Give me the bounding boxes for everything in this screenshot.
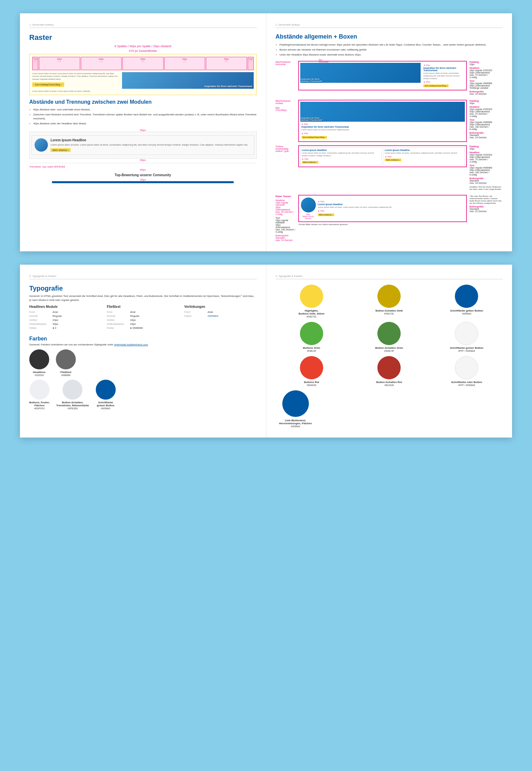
color-circle-schatten <box>63 380 82 400</box>
color-circle-gelb-highlight <box>300 285 323 308</box>
color-hex-blau: #0058A3 <box>276 425 316 428</box>
ann-ratio-btn2: Buttongröße:Standardmax. 20 Zeichen <box>469 205 503 212</box>
page-2-left: 2. Typografie & Farben Typografie Genere… <box>20 265 266 438</box>
page-2-right: 2. Typografie & Farben Highlights,Button… <box>266 265 512 438</box>
raster-text-block: Lorem ipsum dolor sit amet Lorem ipsum d… <box>32 72 120 80</box>
box-horizontal-content: Inspiration für Ihrennächsten Traumurlau… <box>300 63 465 88</box>
typo-h-groesse: Größe: 24px <box>29 319 101 321</box>
page-number-left-1: 1. Genereller Aufbau <box>29 23 257 26</box>
farben-circles-row1: Headlines #333333 Fließtext #686868 <box>29 349 257 376</box>
ann-t-padding: Padding:30px <box>469 145 503 150</box>
box-label-textbox: Textbox(zweispaltig)outline / grau <box>276 145 296 152</box>
typo-h-groesse-label: Größe: <box>29 319 53 321</box>
color-circle-blau <box>282 390 309 417</box>
box-v-btn[interactable]: Zum HolidayCheck-Blog › <box>302 136 327 139</box>
ann-ratio-note: ! Bei zwei Text-Boxen, die nebeneinander… <box>469 195 503 204</box>
color-circle-schatten-gelb <box>377 285 401 308</box>
box-vertikal-inner: Inspiration für Ihrennächsten Traumurlau… <box>298 100 467 142</box>
color-name-buttons: Buttons, Footer,Flächen <box>29 401 50 407</box>
box-h-headline: Inspiration für Ihren nächsten Traumurla… <box>423 67 464 71</box>
textbox-col1: Lorem ipsum Headline Lorem ipsum dolor s… <box>300 147 382 166</box>
color-circle-buttons <box>30 380 50 400</box>
ann-btn: Buttongröße:max. 24 Zeichen <box>469 90 503 95</box>
box-demo-horizontal: Bild/Textteaserhorizontal Bild:640x240px… <box>276 61 503 96</box>
raster-col-2: 20pxn-1 <box>81 57 122 70</box>
typo-f-groesse-val: 16px <box>130 319 136 321</box>
textbox-t2: Lorem ipsum dolor sit amet, consectetur … <box>385 152 463 155</box>
farben-link[interactable]: styleguide.holidaycheck.com <box>114 343 148 346</box>
page-1-right: 1. Genereller Aufbau Abstände allgemein … <box>266 13 512 251</box>
color-item-gruen: Buttons Grün #54B13F <box>276 322 348 352</box>
textbox-btn2[interactable]: Mehr erfahren › <box>385 159 401 161</box>
color-row-yellow: Highlights,Buttons Gelb, Störer #FAD73C … <box>276 285 503 318</box>
bild-size-label: Bild:640x240px <box>319 59 329 63</box>
community-bar <box>52 181 234 183</box>
box-label-vertikal: Bild/TextteaservertikalBild:370x350px <box>276 100 296 111</box>
raster-col-5: 20pxn-1 <box>206 57 247 70</box>
abstaende-bullet-r1: Padding/Innenabstand bei Boxen beträgt i… <box>280 43 503 47</box>
textbox-btn1[interactable]: Mehr erfahren › <box>302 161 318 164</box>
box-horizontal-preview: Bild:640x240px Inspiration für Ihrennäch… <box>298 61 467 90</box>
color-item-fliesstext: Fließtext #686868 <box>56 349 76 376</box>
section-divider-right-1 <box>276 28 503 28</box>
ann-t-btn: Buttongröße:Standardmax. 24 Zeichen <box>469 177 503 184</box>
raster-title: Raster <box>29 33 257 42</box>
page-number-right-2: 2. Typografie & Farben <box>276 275 503 278</box>
box-demo-vertikal: Bild/TextteaservertikalBild:370x350px In… <box>276 100 503 142</box>
abstaende-bullet-r2: Boxen können als Variante mit Rahmen ers… <box>280 48 503 52</box>
typo-f-font: Font: Arial <box>107 311 179 314</box>
module-text-content: Lorem ipsum Headline Lorem ipsum dolor s… <box>51 138 251 152</box>
typo-h-font-label: Font: <box>29 311 53 314</box>
ann-t-headline: Headline:24px regular #33333330px Zeilen… <box>469 151 503 163</box>
raster-image: Inspiration für Ihren nächsten Traumurla… <box>122 72 254 89</box>
typo-fliess-col: Fließtext Font: Arial Schnitt: Regular G… <box>107 305 179 330</box>
ratio-btn[interactable]: Mehr erfahren › <box>318 213 334 216</box>
typo-h-font-val: Arial <box>53 311 58 314</box>
module-btn[interactable]: Mehr erfahren › <box>51 148 70 152</box>
section-divider-1 <box>29 28 257 28</box>
color-hex-headlines: #333333 <box>29 374 49 376</box>
typo-f-farbe-val: ● #686868 <box>130 326 143 329</box>
typo-verl-col: Verlinkungen Font: Arial Farbe: #0058A3 <box>184 305 256 330</box>
page-number-right-1: 1. Genereller Aufbau <box>276 23 503 26</box>
box-ratio-annotations: ! Bei zwei Text-Boxen, die nebeneinander… <box>469 195 503 214</box>
ratio-circle <box>301 197 316 212</box>
typo-f-schnitt-label: Schnitt: <box>107 315 130 318</box>
color-name-schatten: Button-Schatten,Trennlinien, Rahmenfarbe <box>56 401 89 407</box>
color-name-headlines: Headlines <box>29 371 49 374</box>
ratio-padding2: ▲ 30px <box>318 210 465 212</box>
color-hex-fliesstext: #686868 <box>56 374 76 376</box>
color-hex-schrift-gelb: #0058A3 <box>431 313 503 315</box>
ratio-headline: Lorem ipsum Headline <box>318 203 465 205</box>
color-hex-schrift: #0058A3 <box>96 407 116 410</box>
farben-title: Farben <box>29 336 257 342</box>
box-label-horizontal: Bild/Textteaserhorizontal <box>276 61 296 65</box>
color-name-schatten-gelb: Button-Schatten Gelb <box>353 309 425 312</box>
typo-v-farbe-val: #0058A3 <box>207 315 218 318</box>
abstaende-bullet-2: Zwischen zwei Modulen erscheint eine Tre… <box>33 113 257 120</box>
typo-h-font: Font: Arial <box>29 311 101 314</box>
abstaende-allgemein-title: Abstände allgemein + Boxen <box>276 33 503 40</box>
spacing-60c-label: 60px <box>29 168 257 171</box>
color-hex-schatten-rot: #B13228 <box>353 384 425 386</box>
ratio-padding: ▲ 30px <box>318 200 465 202</box>
color-item-gelb-highlight: Highlights,Buttons Gelb, Störer #FAD73C <box>276 285 348 318</box>
color-item-schrift: Schriftfarbegrauer Button #0058A3 <box>96 380 116 410</box>
ann-v-padding: Padding:30px <box>469 100 503 104</box>
typo-h-zeilen: Zeilenabstand: 30px <box>29 322 101 325</box>
spacing-demo: 60px Lorem ipsum Headline Lorem ipsum do… <box>29 129 257 183</box>
typo-intro: Generell: In HTML gesetzter Text verwend… <box>29 294 257 302</box>
color-circle-schrift <box>96 380 116 400</box>
box-v-annotations: Padding:30px Headline:24px regular #3333… <box>469 100 503 140</box>
typo-f-groesse-label: Größe: <box>107 319 130 321</box>
trennlinie-label: Trennlinie: 1px solid #DFE2E6 <box>29 165 65 168</box>
ann-v-headline: Headline:24px regular #33333330px Zeilen… <box>469 106 503 117</box>
raster-button[interactable]: Zum HolidayCheck-Blog › <box>32 82 64 87</box>
textbox-padding2: ▲ 30px <box>385 156 463 158</box>
section-divider-2 <box>29 279 257 279</box>
ann-headline: Headline:24px regular #33333330px Zeilen… <box>469 67 503 78</box>
ratio-preview: Bild:180px Durch-messer ▲ 30px Lorem ips… <box>298 195 467 225</box>
typo-f-schnitt: Schnitt: Regular <box>107 315 179 318</box>
box-h-btn[interactable]: Zum HolidayCheck-Blog › <box>423 84 449 87</box>
ann-v-btn: Buttongröße:Standardmax. 24 Zeichen <box>469 132 503 139</box>
